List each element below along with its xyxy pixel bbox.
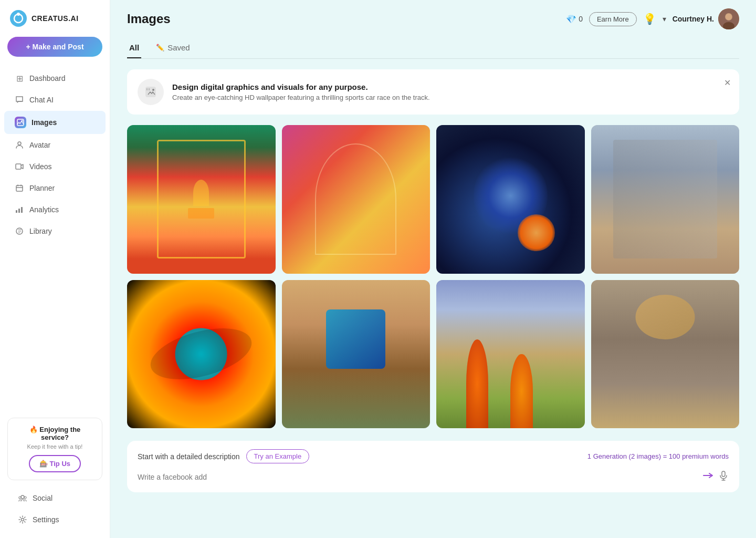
- sidebar-item-analytics[interactable]: Analytics: [4, 199, 106, 220]
- tip-card: 🔥 Enjoying the service? Keep it free wit…: [7, 418, 102, 480]
- image-card[interactable]: [127, 280, 276, 429]
- avatar-icon: [15, 140, 24, 150]
- tab-all-label: All: [129, 43, 139, 52]
- bottom-nav: Social Settings: [7, 488, 102, 530]
- sidebar-item-images[interactable]: Images: [4, 111, 106, 134]
- svg-point-21: [152, 89, 154, 91]
- sidebar-item-label: Videos: [29, 162, 52, 171]
- sidebar-item-planner[interactable]: Planner: [4, 178, 106, 199]
- app-name: CREATUS.AI: [32, 14, 79, 23]
- gems-badge: 💎 0: [566, 14, 583, 24]
- prompt-header: Start with a detailed description Try an…: [138, 449, 729, 463]
- svg-point-13: [19, 496, 21, 499]
- tip-card-subtitle: Keep it free with a tip!: [15, 443, 94, 450]
- earn-more-button[interactable]: Earn More: [589, 12, 637, 26]
- svg-point-19: [726, 14, 732, 20]
- svg-point-14: [24, 496, 26, 499]
- main-nav: ⊞ Dashboard Chat AI Images Avatar: [0, 65, 110, 410]
- prompt-send-button[interactable]: [701, 470, 713, 484]
- page-title: Images: [127, 12, 558, 26]
- sidebar-item-settings[interactable]: Settings: [7, 509, 102, 530]
- sidebar-item-library[interactable]: Library: [4, 221, 106, 242]
- svg-point-0: [10, 10, 27, 27]
- prompt-area: Start with a detailed description Try an…: [127, 441, 739, 492]
- image-card[interactable]: [127, 125, 276, 274]
- app-logo-icon: [9, 9, 27, 27]
- prompt-label: Start with a detailed description: [138, 452, 240, 461]
- main-content: Images 💎 0 Earn More 💡 ▾ Courtney H.: [110, 0, 756, 538]
- tab-saved-label: Saved: [167, 43, 190, 52]
- svg-rect-9: [18, 209, 20, 213]
- social-icon: [18, 493, 27, 503]
- logo-area: CREATUS.AI: [0, 0, 110, 35]
- image-card[interactable]: [282, 280, 430, 429]
- videos-icon: [15, 162, 24, 171]
- content-area: All ✏️ Saved Design digital graphics and…: [110, 38, 756, 538]
- sidebar-item-dashboard[interactable]: ⊞ Dashboard: [4, 68, 106, 89]
- gem-icon: 💎: [566, 14, 576, 24]
- svg-rect-6: [16, 164, 21, 169]
- sidebar-item-label: Chat AI: [29, 96, 54, 104]
- user-profile[interactable]: Courtney H.: [673, 8, 739, 29]
- user-avatar: [718, 8, 739, 29]
- images-icon: [15, 117, 26, 128]
- svg-rect-10: [21, 207, 23, 213]
- svg-point-2: [17, 13, 20, 16]
- dashboard-icon: ⊞: [15, 74, 24, 83]
- prompt-mic-button[interactable]: [718, 470, 729, 483]
- planner-icon: [15, 183, 24, 193]
- promo-close-button[interactable]: ✕: [724, 78, 731, 88]
- svg-point-12: [21, 495, 24, 499]
- svg-rect-8: [16, 210, 17, 213]
- sidebar-item-label: Social: [33, 494, 52, 502]
- promo-title: Design digital graphics and visuals for …: [172, 82, 430, 91]
- analytics-icon: [15, 205, 24, 214]
- svg-point-5: [18, 142, 21, 145]
- sidebar-item-label: Dashboard: [29, 74, 66, 82]
- sidebar-item-videos[interactable]: Videos: [4, 156, 106, 177]
- lightbulb-icon[interactable]: 💡: [643, 13, 656, 25]
- image-card[interactable]: [591, 280, 740, 429]
- image-card[interactable]: [436, 125, 585, 274]
- settings-icon: [18, 515, 27, 524]
- svg-point-4: [22, 120, 23, 122]
- prompt-header-left: Start with a detailed description Try an…: [138, 449, 309, 463]
- sidebar-item-label: Planner: [29, 184, 55, 192]
- promo-icon: [138, 79, 164, 105]
- prompt-input-row: [138, 470, 729, 484]
- image-card[interactable]: ＋ 🔖 🗑 ✏️: [282, 125, 430, 274]
- image-grid: ＋ 🔖 🗑 ✏️: [127, 125, 739, 428]
- chevron-down-icon[interactable]: ▾: [663, 15, 666, 23]
- tab-saved[interactable]: ✏️ Saved: [154, 38, 192, 58]
- promo-description: Create an eye-catching HD wallpaper feat…: [172, 94, 430, 101]
- sidebar-bottom: 🔥 Enjoying the service? Keep it free wit…: [0, 410, 110, 538]
- svg-point-15: [22, 519, 24, 521]
- tabs: All ✏️ Saved: [127, 38, 739, 59]
- prompt-cost: 1 Generation (2 images) = 100 premium wo…: [587, 452, 729, 460]
- header: Images 💎 0 Earn More 💡 ▾ Courtney H.: [110, 0, 756, 38]
- chat-icon: [15, 95, 24, 105]
- svg-rect-7: [16, 185, 23, 191]
- sidebar-item-label: Images: [32, 118, 57, 127]
- try-example-button[interactable]: Try an Example: [246, 449, 310, 463]
- promo-text: Design digital graphics and visuals for …: [172, 82, 430, 101]
- sidebar-item-avatar[interactable]: Avatar: [4, 134, 106, 156]
- header-right: 💎 0 Earn More 💡 ▾ Courtney H.: [566, 8, 739, 29]
- tip-card-title: 🔥 Enjoying the service?: [15, 426, 94, 441]
- tip-button[interactable]: 🎰 Tip Us: [29, 455, 81, 472]
- prompt-input[interactable]: [138, 473, 696, 481]
- make-and-post-button[interactable]: + Make and Post: [7, 37, 102, 57]
- sidebar-item-label: Settings: [33, 515, 59, 524]
- image-card[interactable]: [436, 280, 585, 429]
- sidebar-item-chat-ai[interactable]: Chat AI: [4, 89, 106, 110]
- tab-all[interactable]: All: [127, 38, 141, 58]
- image-card[interactable]: [591, 125, 740, 274]
- svg-rect-24: [722, 471, 725, 477]
- user-name: Courtney H.: [673, 15, 714, 23]
- promo-banner: Design digital graphics and visuals for …: [127, 69, 739, 115]
- sidebar-item-label: Library: [29, 227, 52, 235]
- sidebar-item-social[interactable]: Social: [7, 488, 102, 509]
- sidebar-item-label: Analytics: [29, 205, 59, 214]
- library-icon: [15, 226, 24, 236]
- sidebar: CREATUS.AI + Make and Post ⊞ Dashboard C…: [0, 0, 110, 538]
